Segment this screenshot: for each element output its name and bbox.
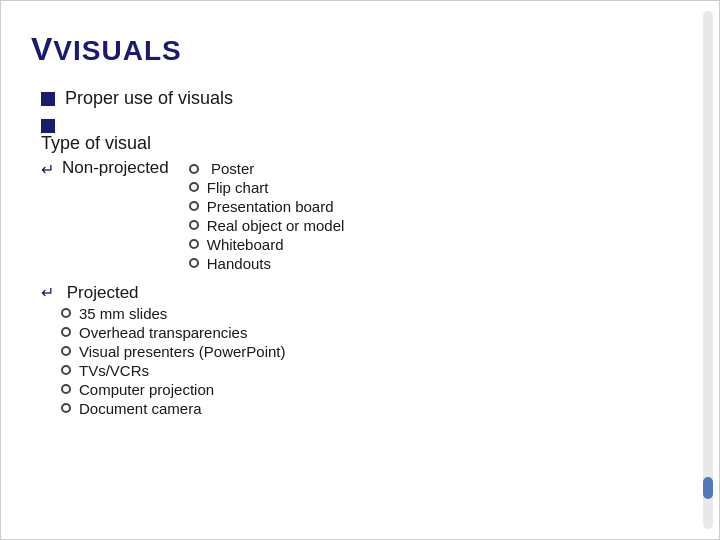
circle-bullet-icon — [61, 308, 71, 318]
scrollbar-thumb[interactable] — [703, 477, 713, 499]
square-bullet-icon — [41, 119, 55, 133]
circle-bullet-icon — [189, 239, 199, 249]
list-item: Poster — [189, 160, 345, 177]
list-item: Presentation board — [189, 198, 345, 215]
list-item: Overhead transparencies — [61, 324, 344, 341]
list-item: 35 mm slides — [61, 305, 344, 322]
list-item: Document camera — [61, 400, 344, 417]
circle-bullet-icon — [189, 201, 199, 211]
circle-bullet-icon — [189, 258, 199, 268]
square-bullet-icon — [41, 92, 55, 106]
list-item: Proper use of visuals — [41, 88, 679, 109]
third-level-list: Poster Flip chart Presentation board — [189, 160, 345, 274]
circle-bullet-icon — [61, 403, 71, 413]
list-item: Computer projection — [61, 381, 344, 398]
list-item: Handouts — [189, 255, 345, 272]
circle-bullet-icon — [61, 327, 71, 337]
circle-bullet-icon — [61, 346, 71, 356]
list-item: ↵ Non-projected Poster Flip chart — [41, 158, 344, 278]
list-item: Whiteboard — [189, 236, 345, 253]
slide-title: VVisuals — [31, 31, 679, 68]
list-item: TVs/VCRs — [61, 362, 344, 379]
circle-bullet-icon — [189, 182, 199, 192]
list-item: Flip chart — [189, 179, 345, 196]
circle-bullet-icon — [61, 384, 71, 394]
list-item: Real object or model — [189, 217, 345, 234]
top-level-list: Proper use of visuals Type of visual ↵ N… — [41, 88, 679, 421]
circle-bullet-icon — [189, 164, 199, 174]
third-level-list: 35 mm slides Overhead transparencies Vis… — [61, 305, 344, 417]
circle-bullet-icon — [189, 220, 199, 230]
arrow-bullet-icon: ↵ — [41, 283, 54, 302]
list-item: ↵ Projected 35 mm slides Overhead transp… — [41, 281, 344, 417]
list-item: Type of visual ↵ Non-projected Poster Fl… — [41, 115, 679, 421]
second-level-list: ↵ Non-projected Poster Flip chart — [41, 158, 344, 421]
scrollbar-track[interactable] — [703, 11, 713, 529]
list-item: Visual presenters (PowerPoint) — [61, 343, 344, 360]
circle-bullet-icon — [61, 365, 71, 375]
slide: VVisuals Proper use of visuals Type of v… — [0, 0, 720, 540]
arrow-bullet-icon: ↵ — [41, 160, 54, 179]
